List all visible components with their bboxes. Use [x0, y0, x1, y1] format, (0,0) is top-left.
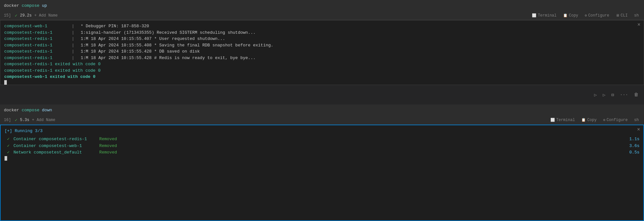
- terminal-line-6: composetest-redis-1 | 1:M 18 Apr 2024 10…: [4, 55, 640, 61]
- top-command-text: docker compose up: [4, 3, 47, 8]
- top-command-bar: docker compose up: [0, 0, 644, 11]
- configure-btn-2[interactable]: ⚙ Configure: [602, 117, 629, 123]
- configure-btn[interactable]: ⚙ Configure: [584, 13, 611, 18]
- cmd-action: up: [42, 3, 47, 8]
- middle-section: ▷ ▷ ⊟ ··· 🗑: [0, 85, 644, 104]
- running-header: [+] Running 3/3: [5, 128, 639, 135]
- second-status-bar: 16] ✓ 5.3s + Add Name ⬜ Terminal 📋 Copy …: [0, 116, 644, 125]
- trash-icon[interactable]: 🗑: [632, 91, 640, 98]
- container-name-2: Container composetest-web-1: [13, 143, 98, 150]
- top-add-name[interactable]: + Add Name: [34, 13, 58, 18]
- exit-redis-text-2: composetest-redis-1 exited with code 0: [4, 68, 100, 74]
- terminal-line-5: composetest-redis-1 | 1:M 18 Apr 2024 10…: [4, 48, 640, 55]
- message-5: 1:M 18 Apr 2024 10:15:55.428 * DB saved …: [78, 48, 200, 55]
- second-command-bar: docker compose down: [0, 104, 644, 116]
- service-redis-5: composetest-redis-1: [4, 55, 69, 61]
- copy-label-bottom: Copy: [587, 118, 597, 122]
- pipe-2: |: [69, 30, 77, 36]
- second-command-section: docker compose down 16] ✓ 5.3s + Add Nam…: [0, 104, 644, 221]
- terminal-line-2: composetest-redis-1 | 1:signal-handler (…: [4, 30, 640, 36]
- second-toolbar-right: ⬜ Terminal 📋 Copy ⚙ Configure sh: [549, 117, 640, 123]
- message-6: 1:M 18 Apr 2024 10:15:55.428 # Redis is …: [78, 55, 255, 61]
- service-redis-4: composetest-redis-1: [4, 48, 69, 55]
- message-3: 1:M 18 Apr 2024 10:15:55.407 * User requ…: [78, 36, 225, 42]
- service-redis-3: composetest-redis-1: [4, 42, 69, 49]
- container-row-3: ✓ Network composetest_default Removed 0.…: [5, 149, 639, 156]
- configure-label: Configure: [588, 13, 609, 18]
- message-1: * Debugger PIN: 187-858-320: [78, 23, 149, 30]
- message-2: 1:signal-handler (1713435355) Received S…: [78, 30, 255, 36]
- main-container: docker compose up 15] ✓ 29.2s + Add Name…: [0, 0, 644, 221]
- terminal-cursor: [4, 80, 7, 85]
- exit-line-redis-1: composetest-redis-1 exited with code 0: [4, 61, 640, 68]
- cmd-action-2: down: [42, 108, 52, 113]
- more-icon[interactable]: ···: [618, 91, 630, 98]
- container-name-3: Network composetest_default: [13, 149, 98, 156]
- removed-1: Removed: [99, 136, 117, 143]
- sh-label-bottom: sh: [634, 118, 639, 122]
- time-1: 1.1s: [629, 136, 639, 143]
- copy-icon-bottom: 📋: [581, 118, 586, 122]
- play-icon[interactable]: ▷: [592, 91, 598, 99]
- cmd-docker-2: docker: [4, 108, 19, 113]
- time-2: 3.6s: [629, 143, 639, 150]
- cli-label: CLI: [621, 13, 628, 18]
- second-add-name[interactable]: + Add Name: [32, 118, 55, 122]
- top-close-btn[interactable]: ×: [637, 22, 640, 28]
- service-web-1: composetest-web-1: [4, 23, 69, 30]
- configure-label-2: Configure: [607, 118, 628, 122]
- terminal-line-4: composetest-redis-1 | 1:M 18 Apr 2024 10…: [4, 42, 640, 49]
- second-cursor-line: [5, 156, 639, 161]
- second-close-btn[interactable]: ×: [637, 127, 640, 132]
- top-status-bar: 15] ✓ 29.2s + Add Name ⬜ Terminal 📋 Copy…: [0, 11, 644, 20]
- check-icon-2: ✓: [5, 143, 12, 150]
- split-icon[interactable]: ⊟: [610, 91, 615, 99]
- cli-btn[interactable]: 🖥 CLI: [614, 13, 629, 18]
- cmd-compose: compose: [22, 3, 40, 8]
- removed-3: Removed: [99, 149, 117, 156]
- configure-icon-2: ⚙: [603, 118, 605, 122]
- terminal-line-3: composetest-redis-1 | 1:M 18 Apr 2024 10…: [4, 36, 640, 42]
- removed-2: Removed: [99, 143, 117, 150]
- play-outline-icon[interactable]: ▷: [601, 91, 607, 99]
- pipe-4: |: [69, 42, 77, 49]
- second-time: 5.3s: [20, 118, 29, 122]
- second-terminal-panel: [+] Running 3/3 ✓ Container composetest-…: [0, 125, 644, 221]
- top-toolbar-right: ⬜ Terminal 📋 Copy ⚙ Configure 🖥 CLI sh: [531, 13, 640, 18]
- top-terminal-panel: composetest-web-1 | * Debugger PIN: 187-…: [0, 20, 644, 85]
- top-time: 29.2s: [20, 13, 32, 18]
- pipe-6: |: [69, 55, 77, 61]
- service-redis-1: composetest-redis-1: [4, 30, 69, 36]
- service-redis-2: composetest-redis-1: [4, 36, 69, 42]
- terminal-icon: ⬜: [532, 13, 536, 18]
- terminal-line-1: composetest-web-1 | * Debugger PIN: 187-…: [4, 23, 640, 30]
- second-checkmark: ✓: [15, 117, 18, 123]
- pipe-3: |: [69, 36, 77, 42]
- terminal-btn-2[interactable]: ⬜ Terminal: [549, 117, 576, 123]
- message-4: 1:M 18 Apr 2024 10:15:55.408 * Saving th…: [78, 42, 273, 49]
- copy-btn-top[interactable]: 📋 Copy: [562, 13, 580, 18]
- terminal-label-2: Terminal: [556, 118, 575, 122]
- check-icon-1: ✓: [5, 136, 12, 143]
- time-3: 0.5s: [629, 149, 639, 156]
- exit-line-web: composetest-web-1 exited with code 0: [4, 74, 640, 80]
- container-name-1: Container composetest-redis-1: [13, 136, 98, 143]
- second-line-num: 16]: [4, 118, 11, 122]
- exit-line-redis-2: composetest-redis-1 exited with code 0: [4, 68, 640, 74]
- pipe-5: |: [69, 48, 77, 55]
- sh-btn-top[interactable]: sh: [633, 13, 640, 18]
- terminal-btn[interactable]: ⬜ Terminal: [531, 13, 558, 18]
- sh-btn-bottom[interactable]: sh: [633, 117, 640, 123]
- copy-btn-bottom[interactable]: 📋 Copy: [580, 117, 598, 123]
- container-row-1: ✓ Container composetest-redis-1 Removed …: [5, 136, 639, 143]
- check-icon-3: ✓: [5, 149, 12, 156]
- terminal-icon-2: ⬜: [550, 118, 555, 122]
- container-row-2: ✓ Container composetest-web-1 Removed 3.…: [5, 143, 639, 150]
- top-checkmark: ✓: [15, 13, 18, 18]
- cli-icon: 🖥: [616, 13, 619, 18]
- pipe-1: |: [69, 23, 77, 30]
- copy-label-top: Copy: [569, 13, 578, 18]
- second-cursor: [5, 156, 7, 161]
- sh-label-top: sh: [634, 13, 639, 18]
- cmd-compose-2: compose: [22, 108, 40, 113]
